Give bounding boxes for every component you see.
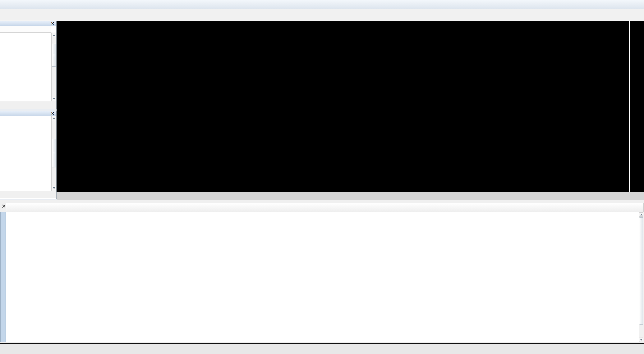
navigator-panel: x <box>0 111 56 199</box>
scroll-down-icon[interactable] <box>52 186 56 190</box>
price-axis <box>629 21 644 192</box>
journal-rows <box>6 212 644 342</box>
journal-header <box>6 203 644 212</box>
market-watch-scrollbar[interactable] <box>51 32 56 101</box>
strategy-tester-panel <box>0 200 644 344</box>
market-watch-header <box>0 26 51 32</box>
toolbar <box>0 9 644 21</box>
app-icon <box>2 1 8 8</box>
navigator-tabs <box>0 190 56 198</box>
titlebar <box>0 0 644 9</box>
scroll-thumb[interactable] <box>52 44 56 67</box>
navigator-title: x <box>0 111 56 116</box>
close-icon[interactable]: x <box>51 21 55 26</box>
navigator-scrollbar[interactable] <box>51 116 56 190</box>
scroll-thumb[interactable] <box>52 139 56 168</box>
chart-tab-bar <box>56 192 644 200</box>
journal-scrollbar[interactable] <box>639 212 644 342</box>
scroll-thumb[interactable] <box>639 217 643 325</box>
close-icon[interactable]: x <box>51 111 55 116</box>
market-watch-rows <box>0 32 51 101</box>
strategy-tester-side-strip <box>0 212 6 342</box>
market-watch-tabs <box>0 101 56 109</box>
scroll-down-icon[interactable] <box>639 338 643 342</box>
scroll-up-icon[interactable] <box>52 116 56 120</box>
scroll-down-icon[interactable] <box>52 97 56 101</box>
navigator-tree <box>0 116 51 190</box>
chart-plot[interactable] <box>56 21 629 192</box>
close-icon[interactable] <box>2 204 6 208</box>
status-bar <box>0 344 644 354</box>
journal-column-divider <box>73 203 73 342</box>
scroll-up-icon[interactable] <box>639 212 643 217</box>
scroll-up-icon[interactable] <box>52 33 56 37</box>
chart-window[interactable] <box>56 21 644 192</box>
market-watch-title: x <box>0 21 56 26</box>
market-watch-panel: x <box>0 21 56 109</box>
